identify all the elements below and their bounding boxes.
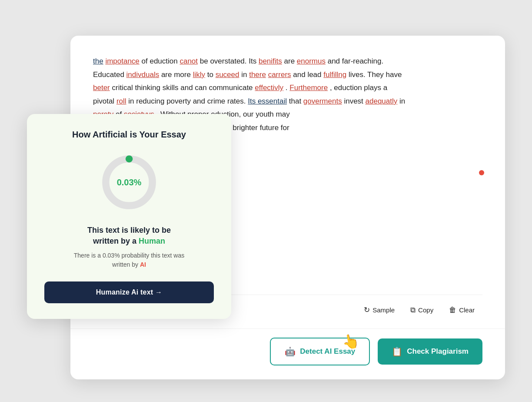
human-word: Human <box>139 237 165 245</box>
essay-paragraph-4: pivotal roll in reducing poverty and cri… <box>93 95 482 108</box>
document-icon: 📋 <box>392 346 402 357</box>
spell-word-impotance: impotance <box>105 57 139 65</box>
humanize-button[interactable]: Humanize Ai text → <box>44 281 214 303</box>
spell-word-there: there <box>249 70 266 79</box>
spell-word-carrers: carrers <box>268 70 291 79</box>
sample-button[interactable]: ↻ Sample <box>356 302 402 318</box>
donut-percentage-label: 0.03% <box>117 178 142 188</box>
essay-paragraph: the impotance of eduction canot be overs… <box>93 55 482 68</box>
ai-card-title: How Artificial is Your Essay <box>72 130 186 140</box>
spell-word-roll: roll <box>116 97 126 105</box>
spell-word-adequatly: adequatly <box>366 97 398 105</box>
spell-word-enormus: enormus <box>297 57 326 65</box>
spell-word-canot: canot <box>180 57 198 65</box>
copy-button[interactable]: ⧉ Copy <box>402 302 441 318</box>
spell-word-beter: beter <box>93 84 110 92</box>
donut-chart: 0.03% <box>99 152 160 213</box>
trash-icon: 🗑 <box>449 306 456 315</box>
spell-word-furthemore: Furthemore <box>289 84 328 92</box>
spell-word-benifits: benifits <box>259 57 282 65</box>
ai-result-card: How Artificial is Your Essay 0.03% This … <box>27 114 231 319</box>
clear-button[interactable]: 🗑 Clear <box>441 302 482 318</box>
actions-row: 🤖 Detect AI Essay 📋 Check Plagiarism <box>70 328 505 379</box>
spell-word-likly: likly <box>193 70 205 79</box>
ai-word: AI <box>140 261 146 268</box>
robot-icon: 🤖 <box>285 346 296 357</box>
ai-card-description: There is a 0.03% probability this text w… <box>74 251 184 269</box>
spell-word-goverments: goverments <box>303 97 342 105</box>
essay-paragraph-2: Educated indivduals are more likly to su… <box>93 68 482 82</box>
detect-ai-button[interactable]: 🤖 Detect AI Essay <box>270 338 370 365</box>
spell-word-indivduals: indivduals <box>126 70 160 79</box>
red-dot-indicator <box>479 170 484 175</box>
copy-icon: ⧉ <box>410 306 416 315</box>
ai-result-heading: This text is likely to be written by a H… <box>87 225 171 247</box>
refresh-icon: ↻ <box>364 305 370 315</box>
scene: the impotance of eduction canot be overs… <box>27 23 505 379</box>
spell-word-fulfillng: fulfillng <box>323 70 346 79</box>
essay-paragraph-3: beter critical thinking skills and can c… <box>93 81 482 95</box>
check-plagiarism-button[interactable]: 📋 Check Plagiarism <box>378 338 482 365</box>
grammar-word-the: the <box>93 57 103 65</box>
grammar-phrase-its-essentail: Its essentail <box>248 97 287 105</box>
spell-word-suceed: suceed <box>216 70 239 79</box>
spell-word-effectivly: effectivly <box>255 84 283 92</box>
